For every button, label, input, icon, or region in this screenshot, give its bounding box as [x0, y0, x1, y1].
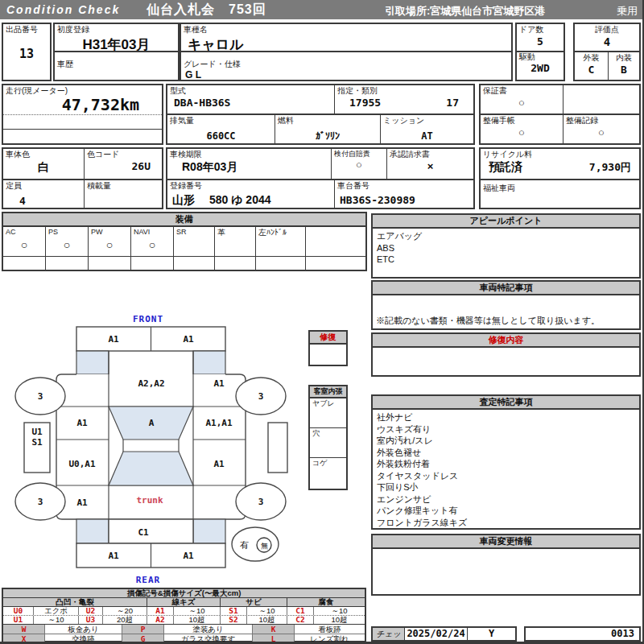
equipment-col-navi: NAVI ○ [131, 227, 174, 271]
legend-code: A2 [147, 616, 174, 624]
auction-condition-sheet: Condition Check 仙台入札会 753回 引取場所:宮城県仙台市宮城… [0, 0, 644, 644]
assessment-item: 社外ナビ [377, 411, 635, 423]
capacity-value: 4 [3, 195, 84, 207]
service-record-value: ○ [564, 126, 639, 138]
cabin-lining-title: 客室内張 [310, 386, 346, 398]
legend-size: 10超 [174, 616, 221, 624]
change-info-title: 車両変更情報 [373, 535, 639, 549]
legend-group-corrosion: 腐食 [287, 598, 365, 606]
cabin-burn-label: コゲ [310, 458, 346, 468]
equipment-col-sr: SR [174, 227, 215, 271]
score-value: 4 [575, 35, 639, 48]
rear-label: REAR [136, 575, 161, 585]
approval-request-label: 承認請求書 [387, 149, 473, 160]
legend-code: U0 [3, 607, 34, 615]
model-code-label: 型式 [167, 85, 334, 97]
left-side-mark-1: U1 [31, 427, 43, 437]
legend-size: ～10 [247, 607, 287, 615]
legend-mark-label: 板金あり [45, 625, 122, 634]
windshield-mark: A [149, 418, 155, 428]
left-front-door-mark: A1 [76, 418, 88, 428]
service-book-value: ○ [481, 126, 563, 138]
registration-no-label: 登録番号 [167, 180, 334, 192]
legend-size: 10超 [247, 616, 287, 624]
pickup-location: 引取場所:宮城県仙台市宮城野区港 [385, 4, 545, 19]
insurance-value: ○ [332, 159, 386, 171]
rear-window [109, 452, 193, 485]
displacement-value: 660CC [167, 130, 275, 142]
legend-code: C1 [287, 607, 314, 615]
right-taillight [193, 519, 225, 543]
vehicle-notes-disclaimer: ※記載のない書類・機器等は無しとして取り扱います。 [376, 315, 600, 327]
legend-size: ～10 [314, 607, 365, 615]
equipment-col-ps: PS ○ [46, 227, 89, 271]
equipment-col-lhd: 左ﾊﾝﾄﾞﾙ [256, 227, 306, 271]
color-code-label: 色コード [85, 149, 162, 160]
lot-number-box: 出品番号 13 [2, 23, 52, 81]
legend-code: U1 [3, 616, 34, 624]
auction-title: 仙台入札会 753回 [147, 2, 266, 19]
equipment-ac-mark: ○ [3, 238, 45, 251]
change-info-panel: 車両変更情報 [371, 534, 641, 596]
legend-group-rust: サビ [221, 598, 287, 606]
legend-code: A1 [147, 607, 174, 615]
check-label: チェック [373, 628, 405, 640]
score-box: 評価点 4 外装 C 内装 B [573, 23, 641, 81]
equipment-col-leather: 革 [215, 227, 256, 271]
exterior-label: 外装 [575, 52, 608, 64]
vehicle-notes-title: 車両特記事項 [373, 282, 639, 295]
service-record-label: 整備記録 [564, 115, 639, 126]
legend-code: C2 [287, 616, 314, 624]
legend-size: エクボ [34, 607, 79, 615]
appeal-title: アピールポイント [373, 215, 639, 229]
inspection-expiry-value: R08年03月 [167, 160, 331, 175]
model-grade-box: 車種名 キャロル グレード・仕様 G L [180, 23, 513, 81]
warranty-label: 保証書 [481, 85, 563, 97]
equipment-title: 装備 [3, 213, 365, 227]
legend-mark-code: W [3, 625, 45, 634]
assessment-item: フロントガラス線キズ [377, 517, 635, 529]
doors-label: ドア数 [517, 24, 564, 35]
repair-content-body [373, 348, 639, 351]
drive-label: 駆動 [517, 52, 564, 63]
damage-diagram: FRONT A1 A1 [6, 312, 290, 592]
condition-check-logo: Condition Check [6, 3, 120, 16]
legend-group-dents: 凸凹・亀裂 [3, 598, 147, 606]
cabin-tear-label: ヤブレ [310, 398, 346, 408]
chassis-no-value: HB36S-230989 [335, 194, 473, 206]
equipment-navi-mark: ○ [131, 238, 173, 251]
grade-value: G L [181, 69, 511, 80]
recycle-welfare-box: リサイクル料 預託済 7,930円 福祉車両 [479, 147, 641, 209]
inspection-expiry-label: 車検期限 [167, 149, 331, 160]
mileage-box: 走行(現メーター) 47,732km [2, 84, 163, 145]
legend-mark-code: K [253, 625, 295, 634]
check-date: 2025/02/24 [405, 628, 468, 640]
approval-request-value: × [387, 160, 473, 172]
assessment-item: パンク修理キット有 [377, 505, 635, 517]
trunk-label: trunk [136, 495, 163, 506]
first-registration-label: 初度登録 [55, 24, 178, 35]
registration-no-value: 山形 580 ゆ 2044 [167, 193, 334, 208]
model-label: 車種名 [181, 24, 511, 35]
drive-value: 2WD [517, 62, 564, 74]
type-number-value: 17955 [349, 97, 381, 109]
assessment-title: 査定特記事項 [373, 396, 639, 410]
front-left-tire-mark: 3 [38, 391, 43, 402]
documents-box: 保証書 ○ 整備手帳 ○ 整備記録 ○ [479, 84, 641, 145]
tailgate-mark: C1 [138, 527, 149, 538]
recycle-fee: 7,930円 [589, 160, 631, 175]
doors-value: 5 [517, 35, 564, 47]
rear-bumper-right-mark: A1 [183, 551, 194, 561]
legend-code: U3 [79, 616, 103, 624]
type-class-label: 指定・類別 [335, 85, 473, 97]
right-side-strip [268, 423, 287, 473]
equipment-col-blank [306, 227, 365, 271]
assessment-item: 外装色褪せ [377, 447, 635, 459]
right-front-fender-mark: A1 [213, 378, 225, 389]
right-doors-mark: A1,A1 [205, 418, 232, 428]
assessment-item: エンジンサビ [377, 493, 635, 506]
welfare-label: 福祉車両 [481, 183, 639, 194]
capacity-label: 定員 [3, 180, 84, 192]
spare-no-label: 無 [261, 542, 268, 550]
left-headlight [76, 351, 109, 374]
